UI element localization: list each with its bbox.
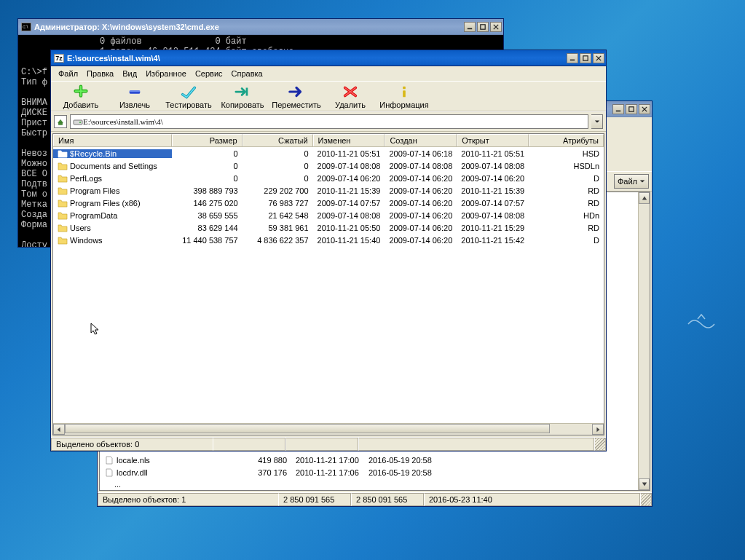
folder-icon — [58, 199, 68, 208]
menu-справка[interactable]: Справка — [227, 68, 267, 79]
menu-правка[interactable]: Правка — [82, 68, 118, 79]
close-button[interactable] — [639, 104, 650, 114]
svg-rect-2 — [616, 110, 620, 111]
svg-rect-1 — [481, 24, 485, 28]
bg-statusbar: Выделено объектов: 1 2 850 091 565 2 850… — [98, 492, 652, 506]
toolbar-delete-button[interactable]: Удалить — [323, 84, 377, 109]
resize-grip[interactable] — [594, 438, 606, 451]
toolbar-copy-button[interactable]: Копировать — [216, 84, 269, 109]
close-button[interactable] — [593, 53, 604, 63]
column-header[interactable]: Изменен — [313, 134, 385, 146]
column-header[interactable]: Создан — [385, 134, 457, 146]
svg-rect-4 — [570, 59, 575, 60]
scroll-right-button[interactable] — [592, 424, 604, 435]
column-header[interactable]: Сжатый — [243, 134, 313, 146]
folder-icon — [58, 236, 68, 245]
svg-rect-3 — [629, 106, 634, 111]
svg-rect-0 — [468, 28, 472, 29]
test-icon — [180, 84, 197, 99]
table-row[interactable]: Users83 629 14459 381 9612010-11-21 05:5… — [53, 221, 604, 234]
extract-icon — [126, 84, 143, 99]
folder-icon — [58, 186, 68, 195]
app-icon: 7z — [54, 54, 64, 63]
table-row[interactable]: Windows11 440 538 7574 836 622 3572010-1… — [53, 234, 604, 246]
maximize-button[interactable] — [626, 104, 637, 114]
table-row[interactable]: locdrv.dll370 1762010-11-21 17:062016-05… — [100, 466, 638, 478]
maximize-button[interactable] — [580, 53, 591, 63]
file-icon — [104, 468, 114, 477]
table-row[interactable]: PerfLogs002009-07-14 06:202009-07-14 06:… — [53, 172, 604, 184]
table-row[interactable]: Program Files (x86)146 275 02076 983 727… — [53, 197, 604, 209]
folder-icon — [58, 224, 68, 232]
column-header[interactable]: Размер — [172, 134, 243, 146]
menu-файл[interactable]: Файл — [54, 68, 82, 79]
scroll-left-button[interactable] — [53, 424, 65, 435]
menu-вид[interactable]: Вид — [118, 68, 141, 79]
add-icon — [72, 84, 90, 99]
folder-icon — [58, 149, 68, 158]
toolbar-move-button[interactable]: Переместить — [269, 84, 323, 109]
bg-rows: locale.nls419 8802010-11-21 17:002016-05… — [100, 454, 638, 478]
toolbar-info-button[interactable]: Информация — [377, 84, 431, 109]
bg-row-truncated: ... — [114, 480, 121, 489]
close-button[interactable] — [490, 22, 502, 32]
archive-window[interactable]: 7z E:\sources\install.wim\4\ ФайлПравкаВ… — [50, 50, 607, 451]
svg-rect-8 — [246, 88, 248, 96]
copy-icon — [234, 84, 251, 99]
info-icon — [395, 84, 413, 99]
svg-point-12 — [79, 122, 81, 123]
desktop-decor — [687, 313, 716, 335]
resize-grip[interactable] — [640, 493, 652, 506]
scroll-up-button[interactable] — [639, 192, 650, 204]
toolbar-add-button[interactable]: Добавить — [54, 84, 108, 109]
bg-vscrollbar[interactable] — [638, 192, 650, 490]
table-row[interactable]: Program Files398 889 793229 202 7002010-… — [53, 184, 604, 197]
folder-icon — [58, 162, 68, 170]
hscrollbar[interactable] — [53, 423, 604, 435]
toolbar-test-button[interactable]: Тестировать — [162, 84, 216, 109]
toolbar-extract-button[interactable]: Извлечь — [108, 84, 162, 109]
addressbar — [51, 111, 606, 132]
svg-rect-10 — [403, 90, 406, 97]
svg-rect-9 — [403, 87, 406, 90]
svg-rect-5 — [583, 55, 588, 60]
cmd-icon: c:\ — [21, 23, 31, 31]
table-row[interactable]: $Recycle.Bin002010-11-21 05:512009-07-14… — [53, 147, 604, 159]
folder-icon — [58, 174, 68, 183]
address-dropdown-button[interactable] — [591, 114, 603, 129]
file-list[interactable]: ИмяРазмерСжатыйИзмененСозданОткрытАтрибу… — [52, 133, 604, 435]
table-row[interactable]: ProgramData38 659 55521 642 5482009-07-1… — [53, 209, 604, 221]
column-header[interactable]: Атрибуты — [529, 134, 604, 146]
menubar[interactable]: ФайлПравкаВидИзбранноеСервисСправка — [51, 66, 606, 81]
file-open-button[interactable]: Файл — [614, 174, 649, 189]
column-header[interactable]: Имя — [53, 134, 172, 146]
folder-icon — [58, 211, 68, 220]
menu-сервис[interactable]: Сервис — [191, 68, 227, 79]
scroll-thumb[interactable] — [65, 424, 550, 433]
titlebar[interactable]: 7z E:\sources\install.wim\4\ — [51, 50, 606, 66]
drive-icon — [73, 117, 83, 126]
svg-rect-11 — [74, 120, 82, 125]
minimize-button[interactable] — [612, 104, 624, 114]
column-headers[interactable]: ИмяРазмерСжатыйИзмененСозданОткрытАтрибу… — [53, 134, 604, 147]
up-button[interactable] — [54, 115, 67, 128]
column-header[interactable]: Открыт — [457, 134, 529, 146]
cmd-titlebar[interactable]: c:\ Администратор: X:\windows\system32\c… — [18, 19, 503, 35]
statusbar: Выделено объектов: 0 — [51, 437, 606, 451]
table-row[interactable]: Documents and Settings002009-07-14 08:08… — [53, 159, 604, 172]
address-field[interactable] — [70, 114, 588, 129]
delete-icon — [342, 84, 359, 99]
minimize-button[interactable] — [567, 53, 578, 63]
file-rows[interactable]: $Recycle.Bin002010-11-21 05:512009-07-14… — [53, 147, 604, 423]
maximize-button[interactable] — [477, 22, 489, 32]
move-icon — [288, 84, 305, 99]
address-input[interactable] — [83, 117, 586, 126]
table-row[interactable]: locale.nls419 8802010-11-21 17:002016-05… — [100, 454, 638, 466]
scroll-down-button[interactable] — [639, 478, 650, 490]
file-icon — [104, 456, 114, 465]
cmd-title: Администратор: X:\windows\system32\cmd.e… — [34, 23, 219, 31]
minimize-button[interactable] — [464, 22, 476, 32]
svg-rect-7 — [130, 90, 141, 92]
menu-избранное[interactable]: Избранное — [141, 68, 191, 79]
toolbar: ДобавитьИзвлечьТестироватьКопироватьПере… — [51, 81, 606, 111]
